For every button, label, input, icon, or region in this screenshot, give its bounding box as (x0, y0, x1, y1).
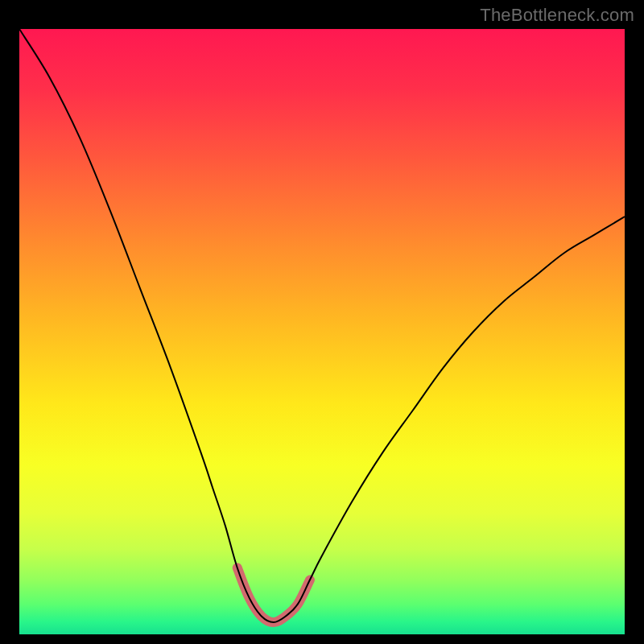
curve-layer (19, 29, 625, 634)
chart-frame: TheBottleneck.com (0, 0, 644, 644)
plot-area (19, 29, 625, 634)
attribution-text: TheBottleneck.com (480, 5, 634, 26)
bottleneck-curve-path (19, 29, 625, 622)
